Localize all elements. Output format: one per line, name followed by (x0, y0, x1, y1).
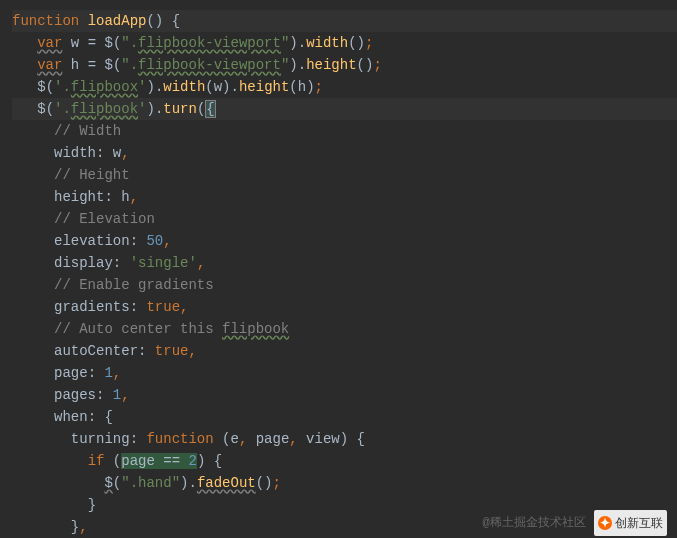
code-line-10: // Elevation (12, 208, 677, 230)
code-line-22: $(".hand").fadeOut(); (12, 472, 677, 494)
code-line-14: gradients: true, (12, 296, 677, 318)
code-line-7: width: w, (12, 142, 677, 164)
code-editor[interactable]: function loadApp() { var w = $(".flipboo… (0, 0, 677, 538)
code-line-8: // Height (12, 164, 677, 186)
watermark-text: @稀土掘金技术社区 (482, 512, 585, 534)
code-line-3: var h = $(".flipbook-viewport").height()… (12, 54, 677, 76)
code-line-9: height: h, (12, 186, 677, 208)
code-line-2: var w = $(".flipbook-viewport").width(); (12, 32, 677, 54)
code-line-6: // Width (12, 120, 677, 142)
code-line-20: turning: function (e, page, view) { (12, 428, 677, 450)
code-line-17: page: 1, (12, 362, 677, 384)
code-line-11: elevation: 50, (12, 230, 677, 252)
code-line-1: function loadApp() { (12, 10, 677, 32)
code-line-21: if (page == 2) { (12, 450, 677, 472)
code-line-12: display: 'single', (12, 252, 677, 274)
code-line-13: // Enable gradients (12, 274, 677, 296)
code-line-18: pages: 1, (12, 384, 677, 406)
code-line-5: $('.flipbook').turn({ (12, 98, 677, 120)
code-line-16: autoCenter: true, (12, 340, 677, 362)
watermark: @稀土掘金技术社区 ✦ 创新互联 (482, 510, 667, 536)
code-line-4: $('.flipboox').width(w).height(h); (12, 76, 677, 98)
code-line-15: // Auto center this flipbook (12, 318, 677, 340)
code-line-19: when: { (12, 406, 677, 428)
watermark-logo: ✦ 创新互联 (594, 510, 667, 536)
